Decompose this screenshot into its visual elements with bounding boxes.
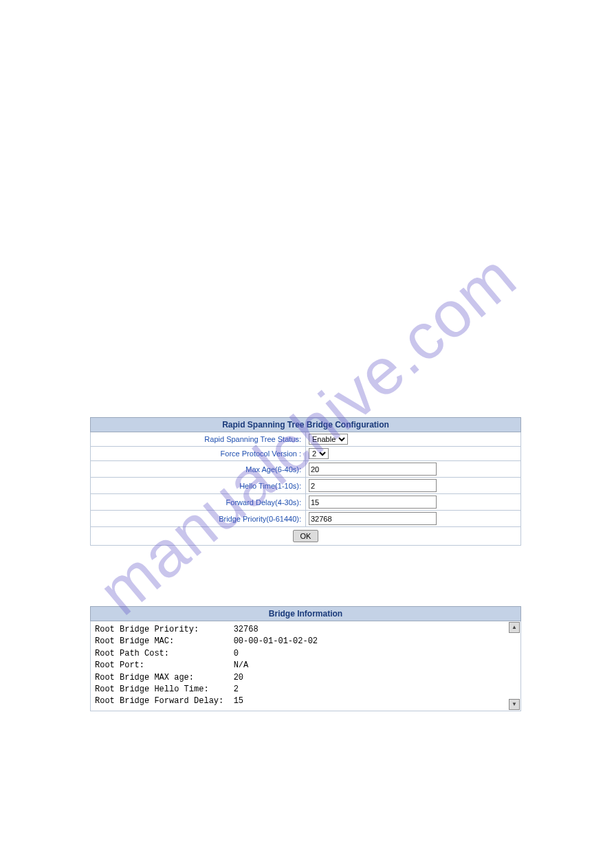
status-label: Rapid Spanning Tree Status:	[91, 432, 306, 447]
version-label: Force Protocol Version :	[91, 447, 306, 461]
rstp-config-table: Rapid Spanning Tree Bridge Configuration…	[90, 417, 521, 546]
bridge-info-table: Bridge Information Root Bridge Priority:…	[90, 606, 521, 711]
hello-label: Hello Time(1-10s):	[91, 478, 306, 494]
forward-input[interactable]	[309, 496, 437, 509]
hello-input[interactable]	[309, 479, 437, 492]
bridge-info-title: Bridge Information	[91, 607, 521, 621]
rstp-config-title: Rapid Spanning Tree Bridge Configuration	[91, 418, 521, 432]
maxage-label: Max Age(6-40s):	[91, 461, 306, 478]
priority-label: Bridge Priority(0-61440):	[91, 511, 306, 527]
scroll-up-button[interactable]: ▲	[509, 622, 520, 633]
scroll-down-button[interactable]: ▼	[509, 699, 520, 710]
version-select[interactable]: 2	[309, 448, 329, 459]
forward-label: Forward Delay(4-30s):	[91, 494, 306, 511]
priority-input[interactable]	[309, 512, 437, 525]
scrollbar: ▲ ▼	[509, 622, 520, 710]
ok-button[interactable]: OK	[293, 530, 319, 542]
maxage-input[interactable]	[309, 463, 437, 476]
bridge-info-content: Root Bridge Priority: 32768 Root Bridge …	[91, 621, 520, 711]
status-select[interactable]: Enable	[309, 434, 348, 445]
